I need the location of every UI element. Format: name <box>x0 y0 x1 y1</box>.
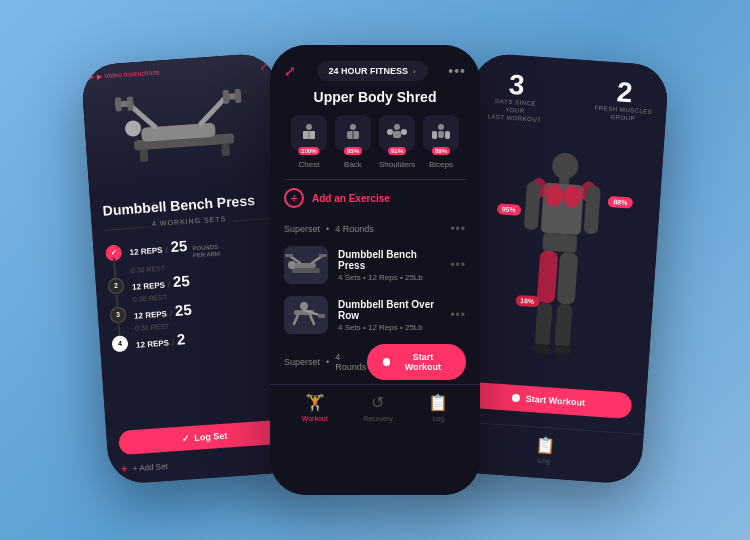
set-details-3: 12 REPS / 25 <box>133 301 192 322</box>
set-details-1: 12 REPS / 25 POUNDSPER ARM <box>129 235 220 265</box>
shoulders-icon-bg <box>379 115 415 151</box>
fresh-stat: 2 FRESH MUSCLESGROUP <box>594 77 654 124</box>
superset-1-dots[interactable]: ••• <box>450 222 466 236</box>
recovery-nav-label: Recovery <box>363 415 393 422</box>
chest-pct-badge: 95% <box>496 203 521 216</box>
right-log-label: Log <box>538 457 550 465</box>
svg-point-20 <box>394 124 400 130</box>
svg-rect-42 <box>318 314 325 318</box>
muscle-item-chest: 100% Chest <box>291 115 327 169</box>
right-start-dot <box>511 394 520 403</box>
center-expand-icon[interactable]: ⤢ <box>284 63 296 79</box>
right-nav-log[interactable]: 📋 Log <box>534 435 556 464</box>
svg-point-24 <box>438 124 444 130</box>
row-meta: 4 Sets • 12 Reps • 25Lb <box>338 323 440 332</box>
weight-label-1: POUNDSPER ARM <box>192 243 220 259</box>
superset-2-row: Superset • 4 Rounds Start Workout <box>270 340 480 384</box>
svg-rect-9 <box>126 96 133 110</box>
svg-rect-21 <box>393 131 401 138</box>
workout-info: Dumbbell Bench Press 4 WORKING SETS ✓ 12… <box>90 182 301 428</box>
center-header: ⤢ 24 HOUR FITNESS › ••• <box>270 45 480 89</box>
workout-nav-label: Workout <box>302 415 328 422</box>
svg-rect-25 <box>438 131 444 138</box>
bench-thumb <box>284 246 328 284</box>
svg-rect-50 <box>523 181 540 230</box>
weight-4: 2 <box>176 330 186 348</box>
nav-item-recovery[interactable]: ↺ Recovery <box>363 393 393 422</box>
svg-point-22 <box>387 129 393 135</box>
recovery-nav-icon: ↺ <box>371 393 384 412</box>
svg-rect-55 <box>534 302 552 347</box>
superset-1-header: Superset • 4 Rounds ••• <box>270 216 480 240</box>
sets-label: 4 WORKING SETS <box>152 215 227 227</box>
center-bottom-nav: 🏋 Workout ↺ Recovery 📋 Log <box>270 384 480 436</box>
biceps-pct: 88% <box>432 147 450 155</box>
fresh-desc: FRESH MUSCLESGROUP <box>594 105 652 125</box>
add-exercise-row[interactable]: + Add an Exercise <box>270 180 480 216</box>
reps-3: 12 REPS <box>134 310 167 321</box>
row-thumb <box>284 296 328 334</box>
row-dots[interactable]: ••• <box>450 308 466 322</box>
weight-3: 25 <box>174 301 192 319</box>
weight-1: 25 <box>170 237 188 255</box>
nav-item-workout[interactable]: 🏋 Workout <box>302 393 328 422</box>
chest-icon-wrap: 100% <box>291 115 327 151</box>
chest-svg <box>297 121 321 145</box>
row-thumb-svg <box>284 296 328 334</box>
reps-1: 12 REPS <box>129 245 162 256</box>
divider-right <box>232 218 274 222</box>
add-exercise-label: Add an Exercise <box>312 193 390 204</box>
svg-point-17 <box>350 124 356 130</box>
check-icon: ✓ <box>181 433 190 444</box>
row-name: Dumbbell Bent Over Row <box>338 299 440 321</box>
start-workout-button[interactable]: Start Workout <box>367 344 466 380</box>
svg-rect-8 <box>114 97 121 111</box>
set-details-4: 12 REPS / 2 <box>135 330 186 350</box>
expand-icon[interactable]: ⤢ <box>260 61 269 73</box>
muscle-groups: 100% Chest 95% <box>270 115 480 179</box>
back-label: Back <box>344 160 362 169</box>
reps-2: 12 REPS <box>132 281 165 292</box>
workout-image: ▶ ▶ Video Instructions ⤢ <box>81 52 285 195</box>
biceps-label: Biceps <box>429 160 453 169</box>
add-exercise-icon: + <box>284 188 304 208</box>
gym-badge[interactable]: 24 HOUR FITNESS › <box>317 61 428 81</box>
svg-rect-2 <box>221 144 230 157</box>
back-svg <box>341 121 365 145</box>
biceps-svg <box>429 121 453 145</box>
shoulders-pct: 91% <box>388 147 406 155</box>
svg-point-37 <box>300 302 308 310</box>
bench-thumb-svg <box>284 246 328 284</box>
chest-pct: 100% <box>298 147 319 155</box>
center-dots-menu[interactable]: ••• <box>448 63 466 79</box>
svg-rect-1 <box>139 149 148 162</box>
phones-container: ▶ ▶ Video Instructions ⤢ Dumbbell Bench … <box>75 45 675 495</box>
add-set-label: + Add Set <box>132 461 167 472</box>
svg-point-4 <box>124 120 141 137</box>
workout-nav-icon: 🏋 <box>305 393 325 412</box>
quad-pct-badge: 16% <box>515 295 540 308</box>
shoulders-icon-wrap: 91% <box>379 115 415 151</box>
bench-press-svg <box>109 74 255 174</box>
svg-line-6 <box>199 98 227 124</box>
divider-left <box>104 227 146 231</box>
fresh-number: 2 <box>595 77 654 109</box>
bench-dots[interactable]: ••• <box>450 258 466 272</box>
center-phone: ⤢ 24 HOUR FITNESS › ••• Upper Body Shred <box>270 45 480 495</box>
bench-info: Dumbbell Bench Press 4 Sets • 12 Reps • … <box>338 249 440 282</box>
bench-name: Dumbbell Bench Press <box>338 249 440 271</box>
gym-chevron-icon: › <box>413 67 416 76</box>
start-btn-dot <box>383 358 390 366</box>
days-stat: 3 DAYS SINCE YOURLAST WORKOUT <box>484 69 547 124</box>
log-nav-label: Log <box>432 415 444 422</box>
set-details-2: 12 REPS / 25 <box>131 272 190 293</box>
svg-rect-26 <box>432 131 437 139</box>
svg-rect-35 <box>319 254 327 257</box>
set-number-3: 3 <box>109 306 126 323</box>
shoulders-svg <box>385 121 409 145</box>
exercise-card-bench: Dumbbell Bench Press 4 Sets • 12 Reps • … <box>270 240 480 290</box>
nav-item-log[interactable]: 📋 Log <box>428 393 448 422</box>
superset-2-label: Superset • 4 Rounds <box>284 352 367 372</box>
svg-rect-11 <box>222 90 229 104</box>
muscle-item-biceps: 88% Biceps <box>423 115 459 169</box>
